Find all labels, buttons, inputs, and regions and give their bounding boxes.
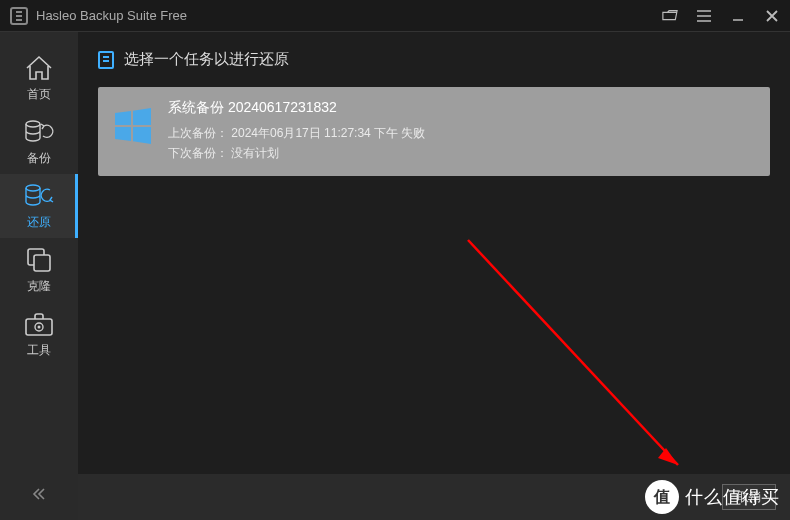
task-info: 系统备份 20240617231832 上次备份： 2024年06月17日 11…: [168, 99, 756, 164]
body-area: [78, 180, 790, 474]
svg-line-7: [468, 240, 678, 465]
sidebar-item-label: 还原: [27, 214, 51, 231]
next-backup-line: 下次备份： 没有计划: [168, 143, 756, 163]
svg-point-1: [26, 185, 40, 191]
app-icon: [10, 7, 28, 25]
home-icon: [22, 54, 56, 82]
sidebar: 首页 备份 还原 克隆 工具: [0, 32, 78, 520]
clone-icon: [22, 246, 56, 274]
sidebar-item-label: 首页: [27, 86, 51, 103]
app-title: Hasleo Backup Suite Free: [36, 8, 662, 23]
next-backup-value: 没有计划: [231, 146, 279, 160]
titlebar: Hasleo Backup Suite Free: [0, 0, 790, 32]
svg-marker-8: [658, 448, 678, 465]
sidebar-item-home[interactable]: 首页: [0, 46, 78, 110]
sidebar-item-backup[interactable]: 备份: [0, 110, 78, 174]
watermark-badge: 值: [645, 480, 679, 514]
watermark-text: 什么值得买: [685, 485, 780, 509]
task-title: 系统备份 20240617231832: [168, 99, 756, 117]
list-icon: [98, 51, 114, 69]
windows-icon: [112, 105, 154, 147]
sidebar-item-tools[interactable]: 工具: [0, 302, 78, 366]
close-icon[interactable]: [764, 8, 780, 24]
next-backup-label: 下次备份：: [168, 143, 228, 163]
watermark: 值 什么值得买: [645, 480, 780, 514]
svg-point-6: [38, 325, 41, 328]
last-backup-value: 2024年06月17日 11:27:34 下午 失败: [231, 126, 425, 140]
content: 选择一个任务以进行还原 系统备份 20240617231832 上次备份： 20…: [78, 32, 790, 520]
collapse-icon[interactable]: [27, 482, 51, 506]
backup-icon: [22, 118, 56, 146]
restore-icon: [22, 182, 56, 210]
main: 首页 备份 还原 克隆 工具: [0, 32, 790, 520]
backup-task-card[interactable]: 系统备份 20240617231832 上次备份： 2024年06月17日 11…: [98, 87, 770, 176]
sidebar-item-restore[interactable]: 还原: [0, 174, 78, 238]
folder-icon[interactable]: [662, 8, 678, 24]
tools-icon: [22, 310, 56, 338]
svg-rect-3: [34, 255, 50, 271]
window-controls: [662, 8, 780, 24]
annotation-arrow: [78, 180, 790, 500]
menu-icon[interactable]: [696, 8, 712, 24]
minimize-icon[interactable]: [730, 8, 746, 24]
svg-point-0: [26, 121, 40, 127]
header-text: 选择一个任务以进行还原: [124, 50, 289, 69]
content-header: 选择一个任务以进行还原: [78, 32, 790, 83]
last-backup-label: 上次备份：: [168, 123, 228, 143]
sidebar-item-label: 克隆: [27, 278, 51, 295]
last-backup-line: 上次备份： 2024年06月17日 11:27:34 下午 失败: [168, 123, 756, 143]
sidebar-item-label: 备份: [27, 150, 51, 167]
sidebar-item-label: 工具: [27, 342, 51, 359]
sidebar-item-clone[interactable]: 克隆: [0, 238, 78, 302]
